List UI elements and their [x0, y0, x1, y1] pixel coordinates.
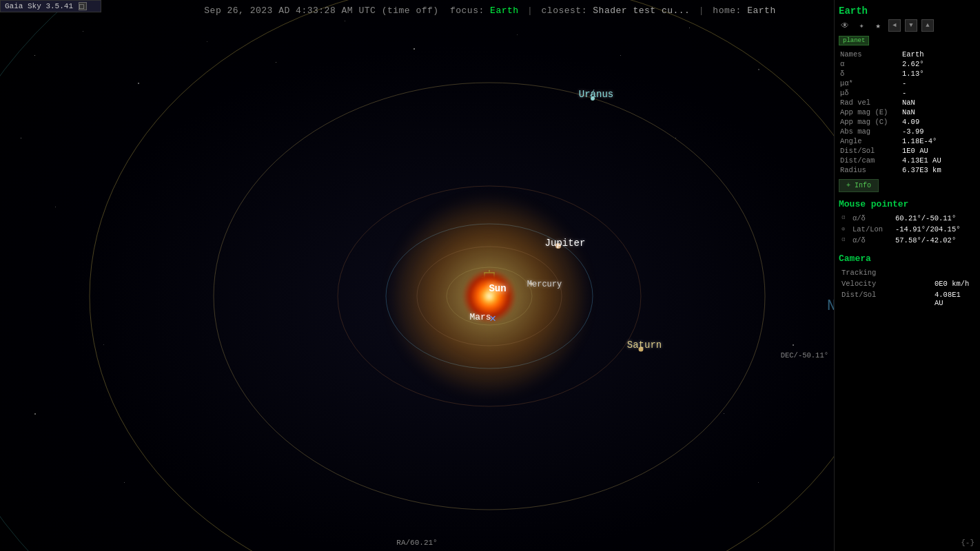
uranus-label: Uranus [579, 89, 613, 100]
sep2: | [699, 6, 704, 16]
closest-label: closest: [542, 6, 587, 16]
bottom-right-indicator: {-} [961, 539, 974, 547]
camera-row: Tracking [840, 268, 974, 278]
row-value: Earth [901, 50, 976, 59]
datetime: Sep 26, 2023 AD 4:33:28 AM UTC (time off… [204, 6, 438, 16]
row-value: NaN [901, 107, 976, 117]
earth-panel-icons: 👁 ✦ ★ ◄ ▼ ▲ [839, 19, 976, 32]
mouse-label: α/δ [851, 214, 892, 223]
row-label: Names [839, 50, 901, 59]
row-label: α [839, 59, 901, 69]
closest-value: Shader test cu... [593, 6, 690, 16]
mouse-value: 57.58°/-42.02° [894, 236, 974, 245]
camera-target-marker: ✕ [489, 311, 496, 325]
mouse-label: α/δ [851, 236, 892, 245]
table-row: Names Earth [839, 50, 976, 59]
mouse-row: α α/δ 60.21°/-50.11° [840, 214, 974, 223]
status-bar: Sep 26, 2023 AD 4:33:28 AM UTC (time off… [0, 6, 980, 16]
row-value: 1E0 AU [901, 146, 976, 156]
star-icon[interactable]: ★ [872, 19, 884, 32]
saturn-label: Saturn [627, 340, 662, 351]
row-value: NaN [901, 98, 976, 107]
mercury-label: Mercury [527, 280, 562, 289]
mouse-value: 60.21°/-50.11° [894, 214, 974, 223]
info-button[interactable]: + Info [839, 179, 879, 192]
row-value: 4.09 [901, 117, 976, 127]
row-label: Dist/Sol [839, 146, 901, 156]
right-panel: Earth 👁 ✦ ★ ◄ ▼ ▲ planet Names Earth α 2… [834, 0, 980, 551]
camera-row: Dist/Sol 4.08E1 AU [840, 290, 974, 308]
arrow-down-icon[interactable]: ▼ [905, 19, 917, 32]
home-label: home: [713, 6, 742, 16]
row-label: μα* [839, 79, 901, 88]
mars-label: Mars [469, 312, 491, 322]
table-row: α 2.62° [839, 59, 976, 69]
camera-row: Velocity 0E0 km/h [840, 279, 974, 289]
earth-data-table: Names Earth α 2.62° δ 1.13° μα* - μδ - R… [839, 50, 976, 175]
focus-value: Earth [490, 6, 519, 16]
row-value: 1.18E-4° [901, 136, 976, 146]
neptune-label: Neptune [827, 298, 834, 315]
home-value: Earth [747, 6, 776, 16]
table-row: Dist/Sol 1E0 AU [839, 146, 976, 156]
row-label: App mag (C) [839, 117, 901, 127]
mouse-label: Lat/Lon [851, 225, 892, 234]
sep1: | [527, 6, 533, 16]
row-value: 6.37E3 km [901, 165, 976, 175]
bookmark-icon[interactable]: ✦ [855, 19, 868, 32]
row-value: 1.13° [901, 69, 976, 79]
camera-value [933, 268, 974, 278]
mouse-pointer-title: Mouse pointer [839, 199, 976, 209]
mouse-data-table: α α/δ 60.21°/-50.11° ⊕ Lat/Lon -14.91°/2… [839, 212, 976, 247]
row-value: 4.13E1 AU [901, 156, 976, 165]
planet-badge: planet [839, 36, 869, 45]
table-row: δ 1.13° [839, 69, 976, 79]
sun-label: Sun [489, 283, 506, 294]
arrow-left-icon[interactable]: ◄ [888, 19, 901, 32]
bottom-coordinate: RA/60.21° [396, 539, 437, 547]
table-row: Dist/cam 4.13E1 AU [839, 156, 976, 165]
table-row: Abs mag -3.99 [839, 127, 976, 136]
row-label: Angle [839, 136, 901, 146]
row-label: Rad vel [839, 98, 901, 107]
camera-data-table: Tracking Velocity 0E0 km/h Dist/Sol 4.08… [839, 267, 976, 309]
row-value: 2.62° [901, 59, 976, 69]
row-value: - [901, 79, 976, 88]
table-row: App mag (E) NaN [839, 107, 976, 117]
mouse-value: -14.91°/204.15° [894, 225, 974, 234]
mouse-icon: α [840, 214, 850, 223]
table-row: Radius 6.37E3 km [839, 165, 976, 175]
table-row: μα* - [839, 79, 976, 88]
row-value: - [901, 88, 976, 98]
row-label: μδ [839, 88, 901, 98]
row-label: Dist/cam [839, 156, 901, 165]
table-row: Angle 1.18E-4° [839, 136, 976, 146]
dec-coordinate: DEC/-50.11° [781, 351, 828, 360]
camera-title: Camera [839, 253, 976, 264]
table-row: Rad vel NaN [839, 98, 976, 107]
camera-label: Dist/Sol [840, 290, 932, 308]
mouse-icon: α [840, 236, 850, 245]
mouse-row: α α/δ 57.58°/-42.02° [840, 236, 974, 245]
row-label: Abs mag [839, 127, 901, 136]
row-label: App mag (E) [839, 107, 901, 117]
camera-label: Velocity [840, 279, 932, 289]
eye-icon[interactable]: 👁 [839, 19, 851, 32]
row-value: -3.99 [901, 127, 976, 136]
space-view[interactable]: Sun Mercury Mars Jupiter Saturn Uranus N… [0, 0, 834, 551]
table-row: App mag (C) 4.09 [839, 117, 976, 127]
camera-label: Tracking [840, 268, 932, 278]
focus-label: focus: [450, 6, 484, 16]
jupiter-label: Jupiter [545, 238, 586, 249]
mouse-icon: ⊕ [840, 225, 850, 234]
row-label: δ [839, 69, 901, 79]
table-row: μδ - [839, 88, 976, 98]
earth-panel-title: Earth [839, 6, 976, 17]
mouse-row: ⊕ Lat/Lon -14.91°/204.15° [840, 225, 974, 234]
row-label: Radius [839, 165, 901, 175]
camera-value: 0E0 km/h [933, 279, 974, 289]
camera-value: 4.08E1 AU [933, 290, 974, 308]
arrow-up-icon[interactable]: ▲ [921, 19, 934, 32]
